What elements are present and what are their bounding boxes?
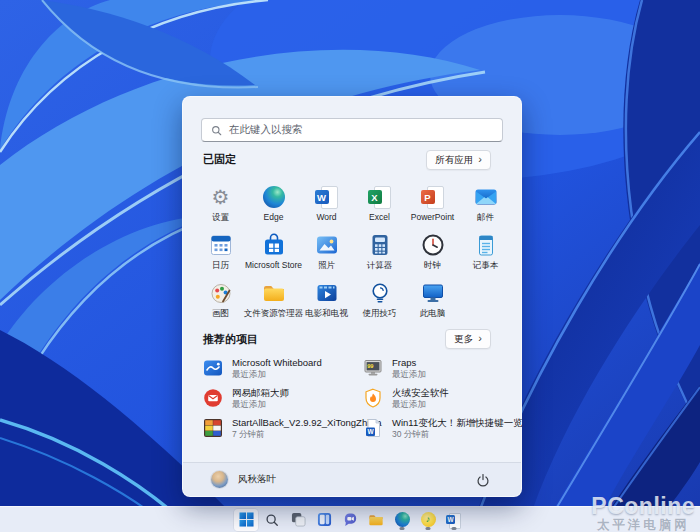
huorong-icon [363,388,383,408]
calculator-icon [368,233,392,257]
app-tile-word[interactable]: W Word [300,181,353,229]
app-tile-mail[interactable]: 邮件 [459,181,512,229]
file-explorer-icon [262,281,286,305]
chevron-right-icon: › [478,333,482,344]
app-tile-excel[interactable]: X Excel [353,181,406,229]
app-tile-edge[interactable]: Edge [247,181,300,229]
recommended-item-whiteboard[interactable]: Microsoft Whiteboard 最近添加 [203,353,363,383]
recommended-item-title: Microsoft Whiteboard [232,357,322,369]
all-apps-label: 所有应用 [435,154,473,167]
recommended-item-fraps[interactable]: 99 Fraps 最近添加 [363,353,513,383]
app-tile-microsoft-store[interactable]: Microsoft Store [247,229,300,277]
recommended-item-subtitle: 最近添加 [392,399,449,410]
chat-icon [343,512,358,527]
app-label: 记事本 [473,260,499,272]
excel-icon: X [368,185,392,209]
word-icon: W [446,512,462,528]
fraps-icon: 99 [363,358,383,378]
app-tile-calendar[interactable]: 日历 [194,229,247,277]
recommended-item-subtitle: 最近添加 [392,369,426,380]
widgets-button[interactable] [312,509,336,531]
app-label: 时钟 [424,260,441,272]
edge-icon [262,185,286,209]
windows-start-icon [239,512,254,527]
recommended-item-title: Fraps [392,357,426,369]
task-view-button[interactable] [286,509,310,531]
app-tile-powerpoint[interactable]: P PowerPoint [406,181,459,229]
power-icon [476,473,490,487]
recommended-item-subtitle: 最近添加 [232,399,289,410]
more-button[interactable]: 更多 › [445,329,491,349]
search-icon [265,513,279,527]
tips-icon [368,281,392,305]
start-button[interactable] [234,509,258,531]
app-label: 日历 [212,260,229,272]
app-label: PowerPoint [411,212,454,222]
startallback-icon [203,418,223,438]
app-label: 使用技巧 [363,308,397,320]
app-label: 设置 [212,212,229,224]
svg-text:W: W [367,428,374,435]
power-button[interactable] [471,468,495,492]
recommended-item-win11-doc[interactable]: W Win11变化大！新增快捷键一览 30 分钟前 [363,413,513,443]
app-tile-movies-tv[interactable]: 电影和电视 [300,277,353,325]
app-tile-this-pc[interactable]: 此电脑 [406,277,459,325]
app-tile-file-explorer[interactable]: 文件资源管理器 [247,277,300,325]
recommended-item-subtitle: 7 分钟前 [232,429,381,440]
app-tile-photos[interactable]: 照片 [300,229,353,277]
app-label: Excel [369,212,390,222]
user-avatar[interactable] [211,471,228,488]
chevron-right-icon: › [478,154,482,165]
recommended-item-title: 火绒安全软件 [392,387,449,399]
all-apps-button[interactable]: 所有应用 › [426,150,491,170]
word-icon: W [315,185,339,209]
app-label: 照片 [318,260,335,272]
pinned-section-title: 已固定 [203,152,236,167]
app-tile-notepad[interactable]: 记事本 [459,229,512,277]
app-tile-clock[interactable]: 时钟 [406,229,459,277]
app-tile-paint[interactable]: 画图 [194,277,247,325]
recommended-item-title: 网易邮箱大师 [232,387,289,399]
taskbar-word-button[interactable]: W [442,509,466,531]
app-label: Edge [264,212,284,222]
task-view-icon [291,512,306,527]
calendar-icon [209,233,233,257]
app-label: Microsoft Store [245,260,302,270]
app-label: 画图 [212,308,229,320]
taskbar-music-app-button[interactable]: ♪ [416,509,440,531]
recommended-item-title: Win11变化大！新增快捷键一览 [392,417,523,429]
recommended-item-mail-master[interactable]: 网易邮箱大师 最近添加 [203,383,363,413]
app-tile-calculator[interactable]: 计算器 [353,229,406,277]
app-tile-tips[interactable]: 使用技巧 [353,277,406,325]
paint-icon [209,281,233,305]
clock-icon [421,233,445,257]
photos-icon [315,233,339,257]
user-name[interactable]: 风秋落叶 [238,473,276,486]
word-doc-icon: W [363,418,383,438]
taskbar-search-button[interactable] [260,509,284,531]
pinned-app-grid: ⚙ 设置 Edge W Word X Excel P PowerPoint [194,181,512,325]
recommended-item-startallback[interactable]: StartAllBack_V2.9.92_XiTongZhiJia 7 分钟前 [203,413,363,443]
running-indicator [452,527,457,530]
recommended-list: Microsoft Whiteboard 最近添加 99 Fraps 最近添加 [203,353,513,443]
recommended-item-subtitle: 最近添加 [232,369,322,380]
taskbar: ♪ W [0,506,700,532]
app-tile-settings[interactable]: ⚙ 设置 [194,181,247,229]
edge-icon [395,512,410,527]
recommended-item-huorong[interactable]: 火绒安全软件 最近添加 [363,383,513,413]
user-bar: 风秋落叶 [183,462,521,496]
start-menu-panel: 在此键入以搜索 已固定 所有应用 › ⚙ 设置 Edge W Word X Ex… [182,96,522,497]
app-label: 邮件 [477,212,494,224]
recommended-item-title: StartAllBack_V2.9.92_XiTongZhiJia [232,417,381,429]
file-explorer-icon [368,512,384,528]
search-input[interactable]: 在此键入以搜索 [201,118,503,142]
recommended-section-title: 推荐的项目 [203,332,258,347]
app-label: 文件资源管理器 [244,308,304,320]
mail-icon [474,185,498,209]
recommended-item-subtitle: 30 分钟前 [392,429,523,440]
app-label: Word [316,212,336,222]
taskbar-file-explorer-button[interactable] [364,509,388,531]
taskbar-edge-button[interactable] [390,509,414,531]
chat-button[interactable] [338,509,362,531]
music-app-icon: ♪ [421,512,436,527]
